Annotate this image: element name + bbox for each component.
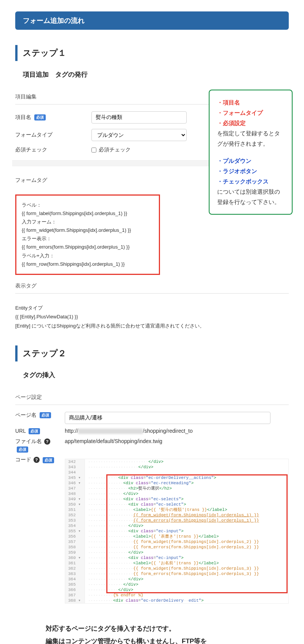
code-line: 353 ··················{{ form_errors(for… xyxy=(65,518,288,523)
formtag-line: {{ form_row(form.Shippings[idx].orderplu… xyxy=(22,260,154,268)
required-checkbox-label: 必須チェック xyxy=(99,146,131,153)
required-badge: 必須 xyxy=(40,412,51,418)
code-line: 350 ▾················<div class="ec-sele… xyxy=(65,502,288,507)
url-value: http:///shopping/redirect_to xyxy=(65,428,289,434)
code-editor[interactable]: 342 ························</div>343 ··… xyxy=(65,459,289,604)
formtag-line: エラー表示： xyxy=(22,234,154,243)
code-line: 368 ▾··········<div class="ec-orderDeliv… xyxy=(65,598,288,603)
code-line: 346 ▾··············<div class="ec-rectHe… xyxy=(65,480,288,486)
info-line: ・ラジオボタン xyxy=(217,166,284,176)
code-line: 351 ··················<label>{{ '熨斗の種類'|… xyxy=(65,507,288,512)
code-line: 360 ▾················<div class="ec-inpu… xyxy=(65,555,288,560)
code-line: 361 ··················<label>{{ 'お名前'|tr… xyxy=(65,560,288,566)
file-name-value: app/template/default/Shopping/index.twig xyxy=(65,438,289,444)
url-blurred xyxy=(78,429,143,434)
required-label: 必須チェック xyxy=(15,146,91,153)
section-page-settings: ページ設定 xyxy=(15,390,289,405)
form-type-select[interactable]: プルダウン xyxy=(91,129,187,141)
form-tag-output: ラベル： {{ form_label(form.Shippings[idx].o… xyxy=(15,194,160,275)
footer-text: 対応するページにタグを挿入するだけです。 編集はコンテンツ管理からでも構いません… xyxy=(15,607,289,644)
code-line: 363 ··················{{ form_errors(for… xyxy=(65,571,288,577)
required-checkbox[interactable] xyxy=(91,148,96,153)
page-name-input[interactable] xyxy=(65,412,270,424)
required-badge: 必須 xyxy=(43,457,54,463)
info-line: ・フォームタイプ xyxy=(217,108,284,118)
help-icon[interactable]: ? xyxy=(34,457,40,463)
code-line: 344 xyxy=(65,470,288,475)
entity-text: Entityタイプ {{ [Entity].PlusViewData(1) }}… xyxy=(15,300,289,345)
code-line: 358 ··················{{ form_errors(for… xyxy=(65,544,288,550)
info-line: ・チェックボックス xyxy=(217,176,284,186)
file-name-label: ファイル名 ? 必須 xyxy=(15,438,65,453)
info-line: については別途選択肢の登録を行なって下さい。 xyxy=(217,186,284,207)
step2-heading: ステップ２ xyxy=(15,345,289,361)
code-line: 348 ··············</div> xyxy=(65,491,288,496)
info-line: を指定して登録するとタグが発行されます。 xyxy=(217,128,284,149)
formtag-line: {{ form_label(form.Shippings[idx].orderp… xyxy=(22,209,154,218)
step1-subheading: 項目追加 タグの発行 xyxy=(15,70,289,79)
main-title: フォーム追加の流れ xyxy=(15,11,289,30)
code-line: 365 ··············</div> xyxy=(65,582,288,587)
code-line: 343 ····················</div> xyxy=(65,464,288,470)
code-line: 354 ················</div> xyxy=(65,523,288,528)
code-line: 367 ··········{% endfor %} xyxy=(65,593,288,598)
required-badge: 必須 xyxy=(34,114,46,120)
formtag-line: {{ form_errors(form.Shippings[idx].order… xyxy=(22,243,154,251)
code-line: 352 ··················{{ form_widget(for… xyxy=(65,512,288,518)
code-line: 366 ············</div> xyxy=(65,587,288,593)
step2-subheading: タグの挿入 xyxy=(15,371,289,379)
code-line: 349 ▾··············<div class="ec-select… xyxy=(65,496,288,502)
formtag-line: 入力フォーム： xyxy=(22,218,154,226)
required-badge: 必須 xyxy=(29,428,40,434)
code-label: コード ? 必須 xyxy=(15,456,65,463)
field-name-input[interactable] xyxy=(91,111,187,124)
form-type-label: フォームタイプ xyxy=(15,132,91,138)
formtag-line: {{ form_widget(form.Shippings[idx].order… xyxy=(22,226,154,234)
code-line: 364 ················</div> xyxy=(65,577,288,582)
formtag-line: ラベル： xyxy=(22,201,154,209)
required-checkbox-wrap[interactable]: 必須チェック xyxy=(91,146,131,153)
info-line: ・プルダウン xyxy=(217,156,284,166)
step1-heading: ステップ１ xyxy=(15,45,289,61)
code-line: 356 ··················<label>{{ '表書き'|tr… xyxy=(65,534,288,539)
code-line: 347 ················<h2>熨斗の選択</h2> xyxy=(65,486,288,491)
code-line: 345 ▾············<div class="ec-orderDel… xyxy=(65,475,288,480)
formtag-line: ラベル+入力： xyxy=(22,252,154,260)
info-line: ・項目名 xyxy=(217,97,284,108)
url-label: URL 必須 xyxy=(15,428,65,434)
field-name-label: 項目名 必須 xyxy=(15,114,91,121)
info-line: ・必須設定 xyxy=(217,118,284,128)
section-view-tag: 表示タグ xyxy=(15,279,289,294)
code-line: 359 ················</div> xyxy=(65,550,288,555)
code-line: 355 ▾················<div class="ec-inpu… xyxy=(65,528,288,534)
code-line: 357 ··················{{ form_widget(for… xyxy=(65,539,288,544)
code-line: 342 ························</div> xyxy=(65,459,288,464)
info-callout: ・項目名 ・フォームタイプ ・必須設定 を指定して登録するとタグが発行されます。… xyxy=(209,90,293,215)
code-line: 362 ··················{{ form_widget(for… xyxy=(65,566,288,571)
page-name-label: ページ名 必須 xyxy=(15,412,65,419)
help-icon[interactable]: ? xyxy=(44,438,50,445)
required-badge: 必須 xyxy=(17,446,28,453)
